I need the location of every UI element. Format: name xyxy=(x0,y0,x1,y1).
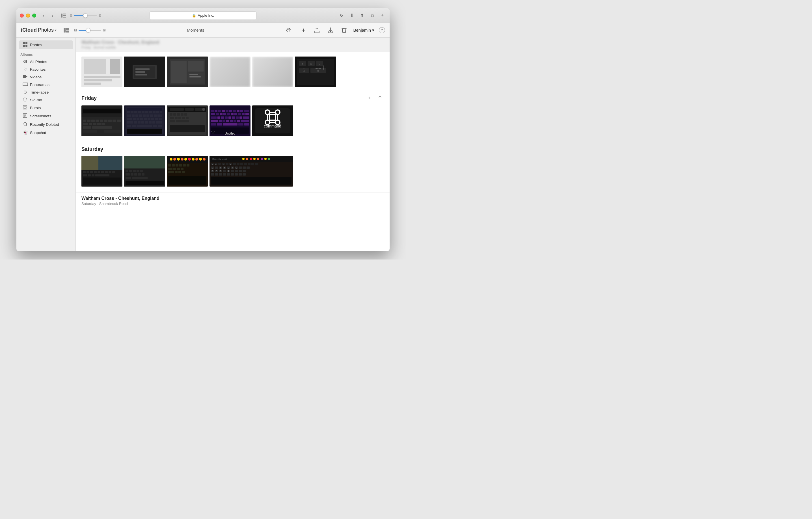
photo-item[interactable] xyxy=(81,57,122,87)
blurred-photos-grid: Z X C alt ⌥ ⌘ command option xyxy=(81,57,384,87)
saturday-photo-4[interactable]: Recently Used xyxy=(209,156,293,186)
download-button[interactable]: ⬇ xyxy=(348,11,356,20)
delete-button[interactable] xyxy=(340,26,349,35)
minimize-button[interactable] xyxy=(26,13,30,18)
svg-text:F: F xyxy=(216,170,217,172)
sidebar-screenshots-label: Screenshots xyxy=(30,114,51,118)
help-button[interactable]: ? xyxy=(379,27,385,33)
download-photos-button[interactable] xyxy=(326,26,335,35)
sidebar-item-timelapse[interactable]: ⏱ Time-lapse xyxy=(19,88,73,96)
main-content: Photos Albums 🖼 All Photos ♡ Favorites V… xyxy=(17,37,389,251)
content-zoom-control: ⊟ ⊞ xyxy=(74,28,106,32)
svg-rect-32 xyxy=(136,71,145,73)
svg-rect-121 xyxy=(158,125,162,127)
svg-rect-59 xyxy=(87,120,90,122)
friday-add-button[interactable]: + xyxy=(365,94,373,102)
maximize-button[interactable] xyxy=(32,13,36,18)
svg-rect-137 xyxy=(178,117,181,119)
svg-rect-65 xyxy=(113,120,116,122)
svg-rect-258 xyxy=(182,171,185,173)
friday-photo-1[interactable] xyxy=(81,106,122,136)
user-menu-button[interactable]: Benjamin ▾ xyxy=(353,28,374,33)
svg-point-241 xyxy=(192,158,195,161)
app-dropdown-arrow[interactable]: ▾ xyxy=(55,28,57,32)
sidebar-item-photos[interactable]: Photos xyxy=(19,40,73,49)
svg-rect-120 xyxy=(153,125,157,127)
friday-photo-3[interactable] xyxy=(167,106,208,136)
sidebar-item-slomo[interactable]: Slo-mo xyxy=(19,96,73,104)
svg-rect-166 xyxy=(221,116,224,119)
saturday-photo-3[interactable] xyxy=(167,156,208,186)
svg-point-266 xyxy=(253,158,256,160)
photo-item[interactable] xyxy=(124,57,165,87)
svg-rect-147 xyxy=(222,110,225,112)
friday-photo-5[interactable]: command xyxy=(252,106,293,136)
sidebar-item-favorites[interactable]: ♡ Favorites xyxy=(19,65,73,73)
forward-button[interactable]: › xyxy=(49,12,57,19)
back-button[interactable]: ‹ xyxy=(39,12,48,19)
svg-rect-280 xyxy=(244,163,247,165)
sidebar-item-snapchat[interactable]: 👻 Snapchat xyxy=(19,129,73,136)
photo-item[interactable] xyxy=(167,57,208,87)
svg-rect-161 xyxy=(238,113,241,115)
sidebar-item-panoramas[interactable]: Panoramas xyxy=(19,81,73,88)
new-tab-button[interactable]: + xyxy=(378,11,386,20)
svg-rect-109 xyxy=(127,121,133,123)
friday-actions: + xyxy=(365,94,384,102)
sidebar-toggle-button[interactable] xyxy=(59,12,67,19)
photo-item[interactable] xyxy=(209,57,251,87)
sidebar-item-screenshots[interactable]: Screenshots xyxy=(19,112,73,120)
saturday-photo-2[interactable] xyxy=(124,156,165,186)
app-title: iCloud Photos ▾ xyxy=(21,27,57,33)
svg-rect-168 xyxy=(228,116,231,119)
icloud-upload-button[interactable] xyxy=(285,26,294,35)
reload-button[interactable]: ↻ xyxy=(338,11,346,20)
svg-point-269 xyxy=(264,158,267,160)
sidebar-photos-label: Photos xyxy=(30,43,42,47)
zoom-slider[interactable] xyxy=(74,15,97,16)
svg-rect-105 xyxy=(148,118,150,120)
content-zoom-slider[interactable] xyxy=(79,30,101,31)
svg-point-265 xyxy=(250,158,252,160)
friday-photo-2[interactable] xyxy=(124,106,165,136)
svg-point-238 xyxy=(181,158,183,161)
duplicate-tab-button[interactable]: ⧉ xyxy=(368,11,376,20)
share-photos-button[interactable] xyxy=(312,26,321,35)
sidebar-snapchat-label: Snapchat xyxy=(30,131,46,135)
svg-rect-299 xyxy=(246,167,250,169)
saturday-photos-grid: Recently Used xyxy=(81,156,384,186)
photo-item-keyboard-option[interactable]: Z X C alt ⌥ ⌘ command option xyxy=(295,57,336,87)
svg-rect-23 xyxy=(84,59,106,74)
svg-point-235 xyxy=(170,158,172,161)
sidebar-item-bursts[interactable]: Bursts xyxy=(19,104,73,112)
add-button[interactable]: + xyxy=(299,26,308,35)
svg-rect-99 xyxy=(157,114,162,117)
svg-rect-151 xyxy=(237,110,239,112)
sidebar-item-all-photos[interactable]: 🖼 All Photos xyxy=(19,58,73,65)
svg-rect-142 xyxy=(170,125,205,132)
svg-rect-171 xyxy=(239,116,242,119)
svg-rect-101 xyxy=(133,118,136,120)
app-window: ‹ › ⊟ ⊞ 🔒 Apple Inc. ↻ ⬇ ⬆ ⧉ + xyxy=(17,8,389,251)
toolbar-center: Moments xyxy=(106,28,285,32)
svg-rect-150 xyxy=(233,110,236,112)
layout-sidebar-button[interactable] xyxy=(62,26,71,34)
friday-photo-4[interactable]: ♡ Untitled xyxy=(209,106,251,136)
svg-rect-103 xyxy=(140,118,143,120)
svg-rect-172 xyxy=(243,116,249,119)
svg-rect-281 xyxy=(248,163,251,165)
svg-rect-183 xyxy=(223,123,237,125)
sidebar-item-recently-deleted[interactable]: Recently Deleted xyxy=(19,120,73,128)
sidebar-item-videos[interactable]: Videos xyxy=(19,73,73,81)
share-button[interactable]: ⬆ xyxy=(358,11,366,20)
svg-rect-253 xyxy=(177,168,180,170)
close-button[interactable] xyxy=(20,13,24,18)
friday-section: Friday + xyxy=(76,90,389,142)
svg-rect-141 xyxy=(176,120,189,122)
photo-item[interactable] xyxy=(252,57,293,87)
svg-rect-144 xyxy=(211,110,214,112)
friday-share-button[interactable] xyxy=(376,94,384,102)
saturday-title: Saturday xyxy=(81,146,103,152)
saturday-photo-1[interactable] xyxy=(81,156,122,186)
url-bar[interactable]: 🔒 Apple Inc. xyxy=(149,11,257,20)
